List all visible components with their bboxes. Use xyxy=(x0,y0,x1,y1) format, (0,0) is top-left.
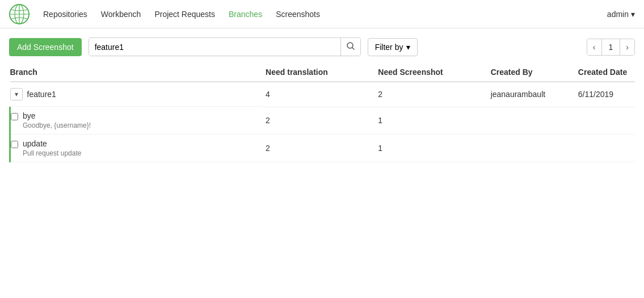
chevron-down-icon: ▾ xyxy=(15,90,18,98)
bye-branch-inner: bye Goodbye, {username}! xyxy=(11,111,254,129)
nav-workbench[interactable]: Workbench xyxy=(101,7,141,21)
filter-label: Filter by xyxy=(375,43,403,52)
bye-branch-info: bye Goodbye, {username}! xyxy=(23,111,91,129)
nav-project-requests[interactable]: Project Requests xyxy=(154,7,215,21)
update-branch-desc: Pull request update xyxy=(23,149,81,157)
brand-logo[interactable] xyxy=(9,4,30,24)
table-header-row: Branch Need translation Need Screenshot … xyxy=(10,63,635,82)
bye-created-by xyxy=(485,107,573,135)
update-need-screenshot: 1 xyxy=(372,135,485,162)
update-created-by xyxy=(485,135,573,162)
col-branch: Branch xyxy=(10,63,260,82)
expand-button[interactable]: ▾ xyxy=(10,88,23,100)
admin-menu[interactable]: admin ▾ xyxy=(607,10,635,19)
toolbar: Add Screenshot Filter by ▾ ‹ 1 › xyxy=(0,28,644,63)
navbar: Repositories Workbench Project Requests … xyxy=(0,0,644,28)
bye-branch-desc: Goodbye, {username}! xyxy=(23,121,91,129)
feature-created-date: 6/11/2019 xyxy=(573,82,635,107)
branches-table-container: Branch Need translation Need Screenshot … xyxy=(0,63,644,162)
bye-need-screenshot: 1 xyxy=(372,107,485,135)
bye-branch-name: bye xyxy=(23,111,91,120)
pagination-current-page: 1 xyxy=(601,39,621,55)
col-created-date: Created Date xyxy=(573,63,635,82)
update-checkbox[interactable] xyxy=(11,141,18,148)
search-button[interactable] xyxy=(340,38,360,56)
update-branch-inner: update Pull request update xyxy=(11,139,254,157)
nav-repositories[interactable]: Repositories xyxy=(43,7,87,21)
bye-checkbox[interactable] xyxy=(11,113,18,120)
nav-branches[interactable]: Branches xyxy=(229,7,262,21)
branches-table: Branch Need translation Need Screenshot … xyxy=(9,63,635,162)
update-created-date xyxy=(573,135,635,162)
update-branch-cell: update Pull request update xyxy=(10,135,260,162)
bye-created-date xyxy=(573,107,635,135)
search-input[interactable] xyxy=(89,39,340,56)
bye-branch-cell: bye Goodbye, {username}! xyxy=(10,107,260,135)
bye-need-translation: 2 xyxy=(260,107,372,135)
table-row: update Pull request update 2 1 xyxy=(10,135,635,162)
col-need-translation: Need translation xyxy=(260,63,372,82)
feature-branch-cell: ▾ feature1 xyxy=(10,82,260,107)
add-screenshot-button[interactable]: Add Screenshot xyxy=(9,38,82,56)
search-wrapper xyxy=(89,37,361,56)
pagination-prev-button[interactable]: ‹ xyxy=(587,39,601,55)
pagination-next-button[interactable]: › xyxy=(620,39,634,55)
col-created-by: Created By xyxy=(485,63,573,82)
pagination: ‹ 1 › xyxy=(587,39,635,56)
filter-button[interactable]: Filter by ▾ xyxy=(368,38,418,56)
table-row: bye Goodbye, {username}! 2 1 xyxy=(10,107,635,135)
svg-line-6 xyxy=(352,48,354,49)
nav-links: Repositories Workbench Project Requests … xyxy=(43,7,594,21)
filter-caret-icon: ▾ xyxy=(406,43,410,52)
feature-branch-name: feature1 xyxy=(27,90,56,99)
admin-label: admin xyxy=(607,10,629,19)
search-icon xyxy=(347,42,355,50)
feature-need-screenshot: 2 xyxy=(372,82,485,107)
update-need-translation: 2 xyxy=(260,135,372,162)
col-need-screenshot: Need Screenshot xyxy=(372,63,485,82)
update-branch-name: update xyxy=(23,139,81,148)
table-row: ▾ feature1 4 2 jeanaurambault 6/11/2019 xyxy=(10,82,635,107)
admin-caret-icon: ▾ xyxy=(631,10,635,19)
update-branch-info: update Pull request update xyxy=(23,139,81,157)
feature-need-translation: 4 xyxy=(260,82,372,107)
nav-screenshots[interactable]: Screenshots xyxy=(276,7,320,21)
feature-created-by: jeanaurambault xyxy=(485,82,573,107)
